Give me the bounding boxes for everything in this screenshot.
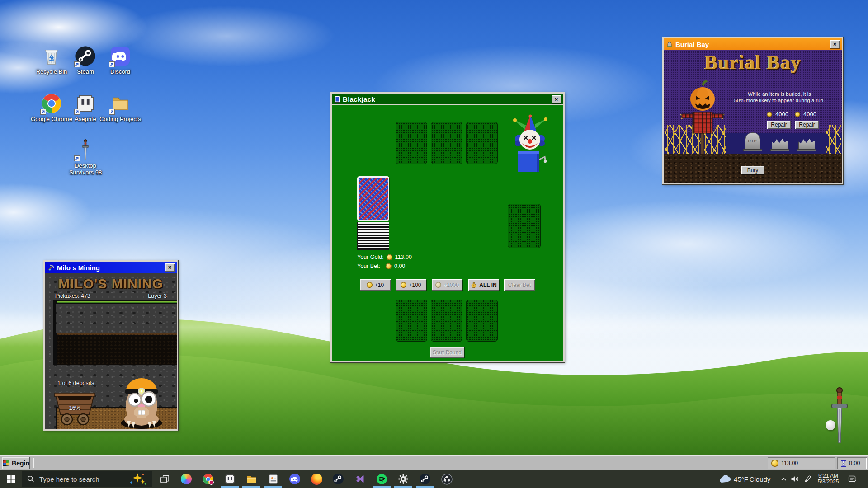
spotify-icon [376, 474, 387, 485]
blackjack-table: Your Gold: 113.00 Your Bet: 0.00 +10 +10… [332, 105, 563, 360]
repair-button-2[interactable]: Repair [795, 121, 819, 129]
dealer-card-slot-3 [466, 122, 498, 164]
timer-value: 0:00 [849, 460, 860, 466]
discord-icon [289, 473, 301, 485]
game-taskbar: Begin 113.00 0:00 [0, 455, 868, 470]
strip-divider [33, 458, 33, 468]
chevron-up-icon [780, 476, 787, 483]
action-center-button[interactable] [845, 470, 859, 488]
pickaxe-icon [47, 264, 54, 271]
mine-cell-dirtdark[interactable] [55, 304, 56, 333]
weather-icon[interactable] [717, 470, 732, 488]
gold-amount: 113.00 [781, 460, 798, 466]
blackjack-titlebar[interactable]: Blackjack × [332, 94, 563, 105]
mine-cell-grass[interactable] [56, 300, 177, 304]
task-view-button[interactable] [154, 470, 175, 488]
tombstone-base [743, 149, 762, 151]
mine-grid [53, 300, 167, 365]
taskbar-search[interactable]: Type here to search [22, 471, 152, 487]
burial-bay-body: Burial Bay While an item is buried, it i… [664, 50, 842, 183]
tray-chevron[interactable] [778, 470, 789, 488]
taskbar-file-explorer[interactable] [241, 470, 262, 488]
taskbar-steam-2[interactable] [414, 470, 436, 488]
copilot-sparkle-icon [127, 472, 147, 486]
weather-condition[interactable]: Cloudy [749, 470, 771, 488]
button-label: Clear Bet [508, 282, 531, 288]
desktop-icon-label: Recycle Bin [36, 68, 67, 75]
volume-button[interactable] [788, 470, 801, 488]
window-title: Milo s Mining [57, 264, 100, 272]
taskbar-copilot[interactable] [175, 470, 197, 488]
deck-top-card [357, 176, 389, 221]
mine-cell-black[interactable] [56, 336, 177, 365]
window-burial-bay: Burial Bay × Burial Bay While an item is… [662, 37, 843, 184]
bury-button[interactable]: Bury [741, 166, 764, 174]
taskbar-chrome[interactable] [197, 470, 219, 488]
recycle-bin-icon [41, 45, 62, 66]
close-button[interactable]: × [552, 95, 561, 103]
layer-label: Layer 3 [148, 293, 167, 299]
all-in-button[interactable]: ALL IN [468, 279, 499, 291]
hourglass-icon [841, 460, 846, 467]
button-label: Bury [747, 167, 759, 174]
close-button[interactable]: × [830, 40, 840, 48]
bet-plus-100-button[interactable]: +100 [396, 279, 426, 291]
jack-in-the-box [512, 113, 548, 178]
taskbar-wordpad[interactable]: A [262, 470, 284, 488]
desktop-icon-coding-projects[interactable]: Coding Projects [99, 93, 141, 122]
chrome-icon [41, 93, 62, 114]
milos-mining-body: Milo's Mining Pickaxes: 473 Layer 3 1 of… [45, 273, 177, 429]
taskbar-steam[interactable] [327, 470, 349, 488]
close-button[interactable]: × [165, 263, 175, 272]
mouse-ball-cursor [826, 420, 835, 430]
gear-icon [398, 474, 409, 484]
start-button[interactable] [0, 470, 22, 488]
shortcut-arrow-icon [40, 109, 46, 115]
taskbar-firefox[interactable] [306, 470, 327, 488]
start-round-button[interactable]: Start Round [430, 347, 464, 358]
taskbar-obs[interactable] [436, 470, 458, 488]
taskbar-clock[interactable]: 5:21 AM 5/3/2025 [814, 470, 843, 488]
bet-plus-1000-button[interactable]: +1000 [432, 279, 462, 291]
taskbar-settings[interactable] [392, 470, 414, 488]
burial-bay-titlebar[interactable]: Burial Bay × [664, 38, 842, 50]
desktop-icon-label: Coding Projects [99, 116, 141, 122]
desktop-icon-label: Steam [77, 68, 94, 75]
weather-temp[interactable]: 45°F [732, 470, 750, 488]
burial-bay-heading: Burial Bay [664, 51, 842, 74]
taskbar-spotify[interactable] [371, 470, 392, 488]
dealer-card-slot-2 [431, 122, 462, 164]
begin-button[interactable]: Begin [2, 457, 30, 469]
windows-taskbar: Type here to search [0, 470, 868, 488]
action-center-icon [848, 474, 857, 484]
aseprite-icon [224, 474, 236, 485]
desktop-icon-desktop-survivors-98[interactable]: Desktop Survivors 98 [65, 139, 106, 176]
taskbar-visual-studio[interactable] [349, 470, 371, 488]
cloud-icon [718, 474, 731, 484]
clock-date: 5/3/2025 [818, 479, 839, 485]
repair-button-1[interactable]: Repair [767, 121, 791, 129]
timer-tray: 0:00 [837, 457, 867, 469]
price-value: 4000 [803, 111, 816, 117]
desktop-icon-label: Aseprite [75, 116, 96, 122]
coin-icon-disabled [435, 282, 441, 288]
milos-mining-titlebar[interactable]: Milo s Mining × [45, 262, 177, 273]
button-label: +1000 [443, 282, 459, 288]
search-icon [27, 475, 35, 483]
file-explorer-icon [246, 474, 257, 485]
tombstone-intact[interactable]: RIP [745, 132, 760, 149]
bet-plus-10-button[interactable]: +10 [360, 279, 391, 291]
shortcut-arrow-icon [74, 155, 80, 161]
taskbar-aseprite[interactable] [219, 470, 241, 488]
clear-bet-button[interactable]: Clear Bet [504, 279, 535, 291]
windows-ink-button[interactable] [801, 470, 814, 488]
coin-icon [367, 282, 373, 288]
game-sword-cursor [826, 385, 854, 448]
deposits-label: 1 of 6 deposits [57, 380, 94, 386]
coin-icon [767, 112, 772, 117]
shortcut-arrow-icon [109, 109, 115, 115]
desktop-icon-discord[interactable]: Discord [99, 45, 141, 75]
tombstone-base [797, 149, 816, 151]
repair-price-2: 4000 [795, 111, 816, 117]
taskbar-discord[interactable] [284, 470, 306, 488]
